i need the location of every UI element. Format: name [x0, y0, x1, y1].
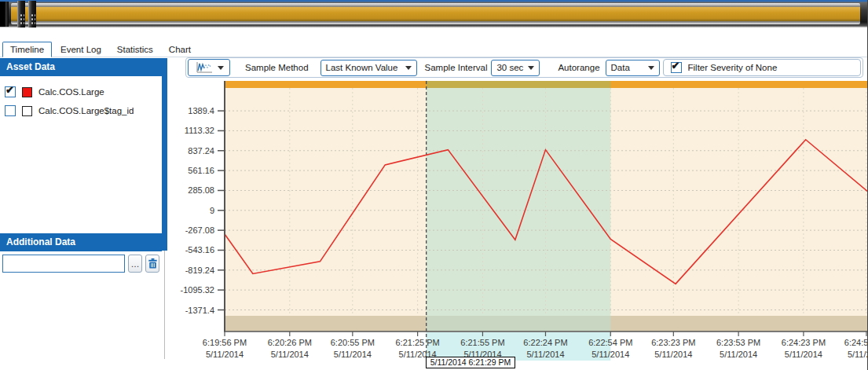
- delete-button[interactable]: [145, 255, 159, 273]
- svg-text:5/11/2014: 5/11/2014: [334, 350, 372, 359]
- svg-text:6:24:52 PM: 6:24:52 PM: [844, 338, 868, 347]
- svg-text:5/11/2014: 5/11/2014: [271, 350, 309, 359]
- chevron-down-icon: [648, 66, 654, 70]
- svg-text:5/11/2014: 5/11/2014: [526, 350, 564, 359]
- svg-text:285.08: 285.08: [188, 185, 214, 195]
- svg-text:5/11/2014: 5/11/2014: [785, 350, 822, 359]
- chart-toolbar: Sample Method Last Known Value Sample In…: [185, 57, 863, 78]
- drag-grip-icon[interactable]: [28, 1, 36, 27]
- svg-text:6:19:56 PM: 6:19:56 PM: [203, 338, 247, 347]
- svg-text:-1095.32: -1095.32: [181, 285, 214, 295]
- timeline-plot[interactable]: 1389.41113.32837.24561.16285.089-267.08-…: [167, 79, 868, 370]
- tab-event-log[interactable]: Event Log: [53, 42, 108, 57]
- tab-statistics[interactable]: Statistics: [110, 42, 160, 57]
- chart-type-dropdown[interactable]: [188, 59, 230, 76]
- filter-severity-group: ✔ Filter Severity of None: [663, 59, 861, 76]
- tab-chart[interactable]: Chart: [162, 42, 198, 57]
- cursor-tooltip: 5/11/2014 6:21:29 PM: [426, 357, 516, 368]
- svg-text:5/11/2014: 5/11/2014: [206, 350, 244, 359]
- filter-severity-label: Filter Severity of None: [688, 63, 778, 72]
- window-titlebar: [0, 0, 868, 28]
- svg-text:6:23:53 PM: 6:23:53 PM: [716, 338, 760, 347]
- svg-text:-819.24: -819.24: [185, 266, 214, 275]
- list-item[interactable]: Calc.COS.Large$tag_id: [0, 101, 162, 120]
- svg-text:6:22:54 PM: 6:22:54 PM: [588, 338, 632, 347]
- svg-text:6:22:24 PM: 6:22:24 PM: [523, 338, 567, 347]
- svg-text:-1371.4: -1371.4: [185, 306, 214, 315]
- svg-text:5/11/2014: 5/11/2014: [720, 350, 757, 359]
- svg-text:5/11/2014: 5/11/2014: [848, 350, 868, 359]
- application-window: Timeline Event Log Statistics Chart Asse…: [0, 0, 868, 370]
- svg-text:561.16: 561.16: [188, 166, 214, 175]
- additional-data-header: Additional Data: [0, 233, 162, 251]
- tab-timeline[interactable]: Timeline: [2, 42, 52, 57]
- sample-interval-label: Sample Interval: [425, 63, 488, 72]
- svg-text:6:21:25 PM: 6:21:25 PM: [396, 338, 440, 347]
- chevron-down-icon: [218, 66, 224, 70]
- svg-text:-267.08: -267.08: [185, 225, 214, 235]
- svg-text:5/11/2014: 5/11/2014: [591, 350, 629, 359]
- tab-bar: Timeline Event Log Statistics Chart: [0, 41, 868, 57]
- gold-range-bar: [11, 3, 860, 24]
- series-color-swatch: [22, 106, 32, 116]
- svg-text:1389.4: 1389.4: [188, 106, 214, 115]
- svg-text:6:20:26 PM: 6:20:26 PM: [268, 338, 312, 347]
- chevron-down-icon: [528, 66, 534, 70]
- svg-text:6:24:23 PM: 6:24:23 PM: [782, 338, 826, 347]
- additional-data-input[interactable]: [2, 255, 125, 273]
- chevron-down-icon: [405, 66, 412, 70]
- sample-method-select[interactable]: Last Known Value: [320, 60, 417, 76]
- svg-text:1113.32: 1113.32: [185, 126, 214, 135]
- svg-text:5/11/2014: 5/11/2014: [654, 350, 692, 359]
- asset-list: ✔ Calc.COS.Large Calc.COS.Large$tag_id: [0, 76, 162, 233]
- list-item[interactable]: ✔ Calc.COS.Large: [0, 82, 162, 101]
- asset-checkbox[interactable]: ✔: [5, 86, 16, 97]
- sidebar-splitter-line: [164, 251, 165, 359]
- browse-button[interactable]: …: [128, 255, 142, 273]
- titlebar-endcap: [0, 2, 9, 27]
- trash-icon: [147, 258, 159, 269]
- sidebar: Asset Data ✔ Calc.COS.Large Calc.COS.Lar…: [0, 58, 162, 370]
- svg-text:6:23:23 PM: 6:23:23 PM: [651, 338, 695, 347]
- sidebar-splitter[interactable]: [162, 58, 167, 251]
- svg-text:-543.16: -543.16: [185, 245, 214, 255]
- sample-method-label: Sample Method: [245, 63, 309, 72]
- asset-checkbox[interactable]: [5, 105, 16, 116]
- sample-interval-select[interactable]: 30 sec: [491, 60, 540, 76]
- filter-severity-checkbox[interactable]: ✔: [671, 62, 682, 73]
- series-color-swatch: [22, 87, 32, 97]
- drag-grip-icon[interactable]: [17, 1, 25, 27]
- line-chart-icon: [195, 61, 214, 74]
- svg-text:6:21:55 PM: 6:21:55 PM: [460, 338, 504, 347]
- svg-text:6:20:55 PM: 6:20:55 PM: [331, 338, 375, 347]
- asset-data-header: Asset Data: [0, 58, 162, 76]
- svg-text:837.24: 837.24: [188, 146, 214, 156]
- autorange-select[interactable]: Data: [606, 60, 660, 76]
- asset-name: Calc.COS.Large: [38, 87, 104, 97]
- svg-text:9: 9: [210, 206, 214, 215]
- autorange-label: Autorange: [558, 63, 599, 72]
- asset-name: Calc.COS.Large$tag_id: [38, 106, 134, 115]
- timeline-chart[interactable]: 1389.41113.32837.24561.16285.089-267.08-…: [167, 79, 868, 370]
